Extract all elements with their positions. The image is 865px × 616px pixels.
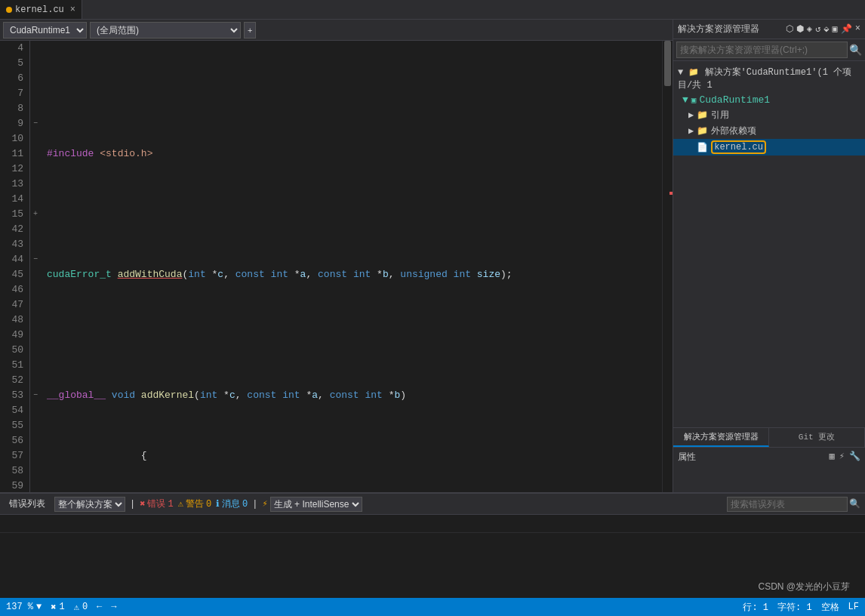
code-line-6 (47, 207, 656, 222)
tree-item-external-deps[interactable]: ▶ 📁 外部依赖项 (673, 123, 865, 139)
editor-container: CudaRuntime1 (全局范围) + 4 5 6 7 8 9 10 (0, 20, 673, 492)
warn-status-count: 0 (82, 602, 88, 612)
code-editor[interactable]: 4 5 6 7 8 9 10 11 12 13 14 15 42 43 44 4… (0, 41, 673, 492)
tree-project-arrow: ▼ (682, 94, 688, 106)
sidebar-close[interactable]: × (855, 23, 860, 35)
tab-close-btn[interactable]: × (70, 5, 75, 15)
bottom-search-input[interactable] (727, 497, 848, 512)
sidebar-title: 解决方案资源管理器 (678, 23, 759, 35)
tree-solution-label: 解决方案'CudaRuntime1'(1 个项目/共 1 (678, 67, 851, 91)
tree-project-row[interactable]: ▼ ▣ CudaRuntime1 (673, 93, 865, 107)
tree-item-arrow-ext: ▶ (688, 125, 694, 137)
scrollbar-thumb[interactable] (664, 41, 671, 86)
info-count: 0 (242, 499, 248, 510)
prop-icon-2[interactable]: ⚡ (839, 451, 845, 464)
zoom-status[interactable]: 137 % ▼ (6, 602, 42, 612)
properties-header: 属性 ▦ ⚡ 🔧 (678, 451, 860, 464)
properties-panel: 属性 ▦ ⚡ 🔧 (673, 447, 865, 492)
function-selector[interactable]: (全局范围) (90, 22, 241, 38)
bottom-error-panel: 错误列表 整个解决方案 | ✖ 错误 1 ⚠ 警告 0 ℹ 消息 0 | (0, 492, 865, 598)
build-dropdown[interactable]: 生成 + IntelliSense (270, 497, 362, 512)
sidebar-icon-4[interactable]: ↺ (815, 23, 820, 35)
ext-deps-icon: 📁 (697, 125, 708, 137)
fold-indicators: − + − (30, 41, 41, 492)
fold-44[interactable]: − (30, 252, 41, 267)
line-numbers: 4 5 6 7 8 9 10 11 12 13 14 15 42 43 44 4… (0, 41, 30, 492)
properties-icon-bar: ▦ ⚡ 🔧 (830, 451, 860, 464)
code-line-10: { (47, 448, 656, 464)
zoom-value: 137 % (6, 602, 33, 612)
project-icon: ▣ (691, 95, 697, 105)
prop-icon-1[interactable]: ▦ (830, 451, 835, 464)
tab-kernel-cu[interactable]: kernel.cu × (0, 0, 82, 19)
code-line-8 (47, 328, 656, 343)
solution-tree: ▼ 📁 解决方案'CudaRuntime1'(1 个项目/共 1 ▼ ▣ Cud… (673, 61, 865, 427)
tab-git-changes[interactable]: Git 更改 (769, 428, 865, 447)
references-icon: 📁 (697, 109, 708, 121)
bottom-empty-row (0, 516, 865, 533)
editor-scrollbar[interactable] (662, 41, 673, 492)
warn-label: 警告 (186, 497, 204, 510)
bottom-toolbar: 错误列表 整个解决方案 | ✖ 错误 1 ⚠ 警告 0 ℹ 消息 0 | (0, 494, 865, 515)
build-btn-area: ⚡ 生成 + IntelliSense (262, 497, 362, 512)
code-line-4 (47, 86, 656, 101)
sidebar-search-bar: 🔍 (673, 39, 865, 61)
tree-item-arrow-references: ▶ (688, 109, 694, 121)
sidebar-pin[interactable]: 📌 (841, 23, 852, 35)
encoding-label: LF (848, 602, 859, 612)
tree-solution-row[interactable]: ▼ 📁 解决方案'CudaRuntime1'(1 个项目/共 1 (673, 64, 865, 93)
info-count-badge[interactable]: ℹ 消息 0 (216, 497, 248, 510)
bottom-search-icon: 🔍 (848, 498, 860, 510)
warn-count: 0 (206, 499, 211, 510)
sidebar-bottom-tabs: 解决方案资源管理器 Git 更改 (673, 427, 865, 447)
sidebar-icon-3[interactable]: ◈ (807, 23, 812, 35)
bottom-placeholder-text (6, 518, 15, 531)
scope-dropdown[interactable]: 整个解决方案 (54, 497, 125, 512)
sidebar-icon-2[interactable]: ⬢ (796, 23, 804, 35)
build-sep: | (252, 499, 257, 510)
col-label: 字符: 1 (777, 601, 812, 614)
spaces-label: 空格 (821, 601, 839, 614)
sidebar-action-icons: ⬡ ⬢ ◈ ↺ ⬙ ▣ 📌 × (786, 23, 860, 35)
sidebar-icon-1[interactable]: ⬡ (786, 23, 793, 35)
fold-53[interactable]: − (30, 388, 41, 403)
error-count-badge[interactable]: ✖ 错误 1 (140, 497, 173, 510)
sidebar-search-input[interactable] (676, 42, 848, 58)
row-label: 行: 1 (743, 601, 768, 614)
tree-item-label-references: 引用 (711, 109, 729, 122)
error-status[interactable]: ✖ 1 (51, 602, 64, 613)
sidebar-icon-5[interactable]: ⬙ (823, 23, 829, 35)
fold-9[interactable]: − (30, 116, 41, 131)
nav-back[interactable]: ← (97, 602, 102, 612)
prop-icon-3[interactable]: 🔧 (849, 451, 860, 464)
error-sep-1: | (130, 499, 135, 510)
tree-item-label-kernel: kernel.cu (711, 140, 766, 154)
tab-solution-explorer[interactable]: 解决方案资源管理器 (673, 428, 769, 447)
error-status-count: 1 (59, 602, 64, 612)
scope-selector[interactable]: CudaRuntime1 (3, 22, 87, 38)
tab-bar: kernel.cu × (0, 0, 865, 20)
warn-status[interactable]: ⚠ 0 (74, 602, 88, 613)
error-x-icon: ✖ (140, 498, 145, 510)
tree-item-kernel-cu[interactable]: 📄 kernel.cu (673, 139, 865, 156)
error-mark-1 (670, 192, 673, 195)
code-line-5: #include <stdio.h> (47, 146, 656, 162)
add-button[interactable]: + (244, 22, 256, 38)
warn-count-badge[interactable]: ⚠ 警告 0 (178, 497, 211, 510)
sidebar-icon-6[interactable]: ▣ (833, 23, 838, 35)
status-bar: 137 % ▼ ✖ 1 ⚠ 0 ← → 行: 1 字符: 1 空格 LF (0, 598, 865, 616)
tree-item-references[interactable]: ▶ 📁 引用 (673, 107, 865, 123)
info-circle-icon: ℹ (216, 498, 220, 510)
error-status-icon: ✖ (51, 602, 56, 613)
bottom-content (0, 515, 865, 598)
sidebar-header: 解决方案资源管理器 ⬡ ⬢ ◈ ↺ ⬙ ▣ 📌 × (673, 20, 865, 39)
code-content: #include <stdio.h> cudaError_t addWithCu… (41, 41, 662, 492)
fold-15[interactable]: + (30, 207, 41, 222)
nav-forward[interactable]: → (111, 602, 116, 612)
code-line-9: __global__ void addKernel(int *c, const … (47, 388, 656, 403)
encoding-status: LF (848, 602, 859, 612)
tab-modified-dot (6, 7, 12, 13)
tree-item-label-ext: 外部依赖项 (711, 125, 756, 137)
code-line-7: cudaError_t addWithCuda(int *c, const in… (47, 267, 656, 282)
tree-solution-icon: 📁 (688, 68, 699, 77)
